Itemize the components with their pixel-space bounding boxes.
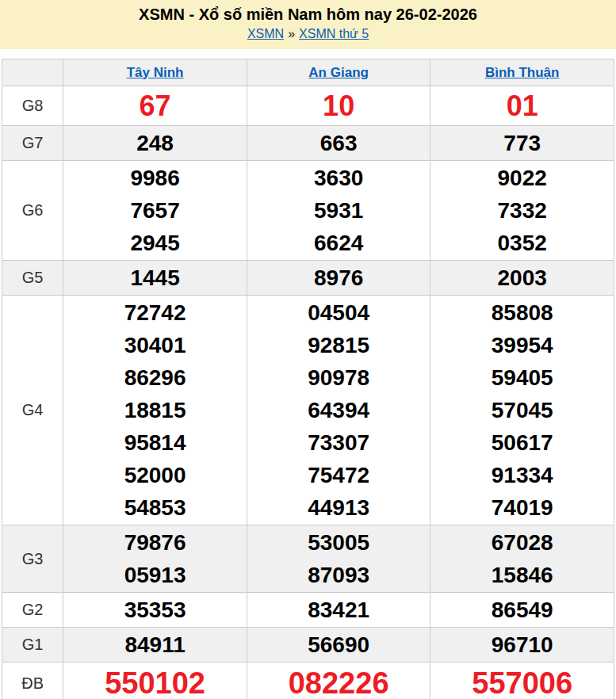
prize-number: 79876	[63, 526, 247, 559]
prize-number: 2003	[430, 262, 614, 294]
prize-label: G6	[2, 161, 63, 261]
prize-number: 64394	[247, 394, 430, 426]
prize-number: 91334	[430, 459, 614, 491]
prize-number: 50617	[430, 426, 614, 459]
prize-number: 74019	[430, 491, 614, 524]
prize-cell: 96710	[430, 628, 614, 663]
prize-number: 082226	[247, 663, 430, 699]
table-row: G8671001	[2, 86, 614, 126]
prize-cell: 248	[63, 126, 247, 161]
breadcrumb-link-xsmn[interactable]: XSMN	[247, 27, 284, 40]
table-row: ĐB550102082226557006	[2, 663, 614, 699]
table-row: G472742304018629618815958145200054853045…	[2, 296, 614, 525]
prize-label: G8	[2, 86, 63, 126]
prize-number: 90978	[247, 361, 430, 394]
prize-cell: 1445	[63, 261, 247, 296]
prize-cell: 86549	[430, 593, 614, 628]
prize-number: 73307	[247, 426, 430, 459]
prize-number: 3630	[247, 162, 430, 194]
prize-number: 8976	[247, 262, 430, 294]
prize-number: 5931	[247, 194, 430, 227]
prize-number: 44913	[247, 491, 430, 524]
prize-number: 67	[63, 87, 247, 124]
prize-number: 85808	[430, 296, 614, 329]
results-table-body: G8671001G7248663773G69986765729453630593…	[2, 86, 614, 699]
page-header-banner: XSMN - Xổ số miền Nam hôm nay 26-02-2026…	[0, 0, 616, 49]
prize-label: G2	[2, 593, 63, 628]
prize-number: 83421	[247, 594, 430, 626]
province-link[interactable]: Bình Thuận	[485, 65, 559, 80]
prize-number: 7657	[63, 194, 247, 227]
prize-cell: 363059316624	[247, 161, 430, 261]
prize-cell: 773	[430, 126, 614, 161]
prize-number: 96710	[430, 628, 614, 661]
table-header-row: Tây NinhAn GiangBình Thuận	[2, 59, 614, 86]
prize-number: 30401	[63, 329, 247, 361]
province-link[interactable]: An Giang	[308, 65, 369, 80]
prize-number: 04504	[247, 296, 430, 329]
province-link[interactable]: Tây Ninh	[127, 65, 184, 80]
prize-number: 2945	[63, 227, 247, 259]
page-title: XSMN - Xổ số miền Nam hôm nay 26-02-2026	[0, 6, 616, 24]
table-row: G1849115669096710	[2, 628, 614, 663]
prize-number: 56690	[247, 628, 430, 661]
prize-number: 0352	[430, 227, 614, 259]
breadcrumb-link-xsmn-thu5[interactable]: XSMN thứ 5	[299, 27, 369, 40]
prize-number: 05913	[63, 559, 247, 591]
prize-number: 87093	[247, 559, 430, 591]
prize-cell: 84911	[63, 628, 247, 663]
prize-label: G7	[2, 126, 63, 161]
breadcrumb: XSMN»XSMN thứ 5	[0, 27, 616, 41]
prize-cell: 56690	[247, 628, 430, 663]
table-row: G3798760591353005870936702815846	[2, 525, 614, 593]
prize-number: 6624	[247, 227, 430, 259]
prize-number: 86296	[63, 361, 247, 394]
prize-column-header-empty	[2, 59, 63, 86]
prize-cell: 5300587093	[247, 525, 430, 593]
prize-number: 663	[247, 127, 430, 159]
prize-label: ĐB	[2, 663, 63, 699]
prize-number: 86549	[430, 594, 614, 626]
prize-number: 248	[63, 127, 247, 159]
results-table-wrapper: Tây NinhAn GiangBình Thuận G8671001G7248…	[0, 49, 616, 699]
prize-number: 01	[430, 87, 614, 124]
table-row: G6998676572945363059316624902273320352	[2, 161, 614, 261]
prize-label: G3	[2, 525, 63, 593]
prize-number: 57045	[430, 394, 614, 426]
province-column-header: Bình Thuận	[430, 59, 614, 86]
table-row: G5144589762003	[2, 261, 614, 296]
prize-cell: 6702815846	[430, 525, 614, 593]
table-row: G2353538342186549	[2, 593, 614, 628]
prize-cell: 72742304018629618815958145200054853	[63, 296, 247, 525]
province-column-header: Tây Ninh	[63, 59, 247, 86]
prize-number: 557006	[430, 663, 614, 699]
prize-number: 72742	[63, 296, 247, 329]
prize-number: 39954	[430, 329, 614, 361]
prize-number: 550102	[63, 663, 247, 699]
prize-number: 7332	[430, 194, 614, 227]
prize-number: 35353	[63, 594, 247, 626]
prize-number: 18815	[63, 394, 247, 426]
prize-cell: 902273320352	[430, 161, 614, 261]
prize-cell: 10	[247, 86, 430, 126]
prize-cell: 2003	[430, 261, 614, 296]
prize-number: 84911	[63, 628, 247, 661]
prize-cell: 8976	[247, 261, 430, 296]
prize-label: G1	[2, 628, 63, 663]
prize-number: 52000	[63, 459, 247, 491]
prize-cell: 83421	[247, 593, 430, 628]
prize-label: G5	[2, 261, 63, 296]
prize-number: 9022	[430, 162, 614, 194]
prize-number: 773	[430, 127, 614, 159]
prize-number: 54853	[63, 491, 247, 524]
prize-cell: 04504928159097864394733077547244913	[247, 296, 430, 525]
prize-cell: 550102	[63, 663, 247, 699]
breadcrumb-separator: »	[288, 27, 295, 40]
prize-cell: 082226	[247, 663, 430, 699]
prize-cell: 557006	[430, 663, 614, 699]
province-column-header: An Giang	[247, 59, 430, 86]
prize-cell: 01	[430, 86, 614, 126]
prize-number: 67028	[430, 526, 614, 559]
prize-number: 10	[247, 87, 430, 124]
prize-number: 1445	[63, 262, 247, 294]
